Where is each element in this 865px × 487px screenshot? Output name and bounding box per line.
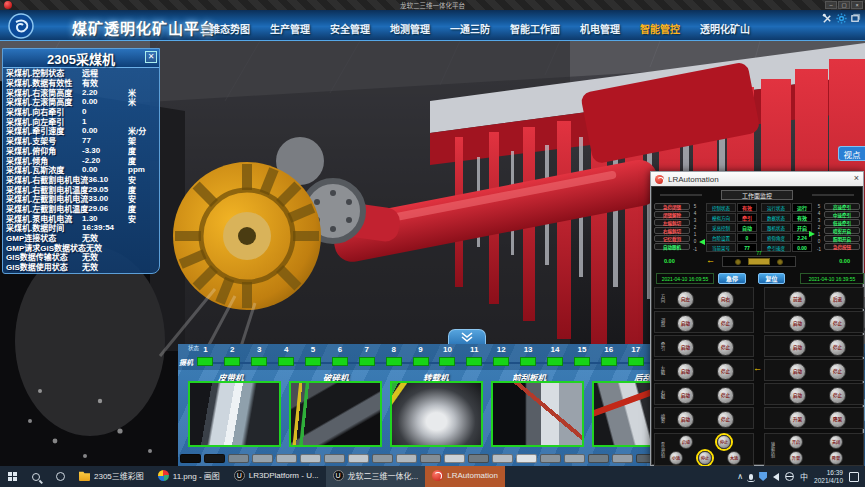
function-button[interactable]: 急停闭锁 (654, 203, 690, 210)
menu-item[interactable]: 安全管理 (330, 21, 370, 36)
round-button[interactable]: 后退 (829, 291, 846, 308)
filmstrip-thumbnail[interactable] (300, 454, 321, 463)
round-button[interactable]: 降架 (829, 451, 843, 465)
function-button[interactable]: 自动跟机 (654, 243, 690, 250)
round-button[interactable]: 开启 (789, 435, 803, 449)
network-icon[interactable] (785, 472, 794, 481)
round-button[interactable]: 关闭 (829, 435, 843, 449)
close-icon[interactable]: × (854, 173, 859, 183)
function-button[interactable]: 记忆截割 (654, 235, 690, 242)
microphone-icon[interactable] (749, 474, 753, 480)
shearer-position-slider[interactable]: 77 (722, 256, 796, 267)
lrautomation-titlebar[interactable]: LRAutomation × (651, 172, 863, 186)
camera-status-indicator[interactable] (493, 357, 509, 366)
reset-button[interactable]: 复位 (758, 273, 785, 284)
taskbar-item[interactable]: 龙软二三维一体化... (326, 466, 426, 487)
speaker-icon[interactable] (773, 473, 779, 481)
camera-thumbnail[interactable] (188, 381, 281, 447)
round-button[interactable]: 向右 (717, 291, 734, 308)
camera-status-indicator[interactable] (601, 357, 617, 366)
filmstrip-thumbnail[interactable] (564, 454, 585, 463)
round-button[interactable]: 启动 (677, 363, 694, 380)
filmstrip-thumbnail[interactable] (612, 454, 633, 463)
clock[interactable]: 16:39 2021/4/10 (814, 469, 843, 484)
round-button[interactable]: 停止 (717, 435, 731, 449)
filmstrip-thumbnail[interactable] (588, 454, 609, 463)
round-button[interactable]: 启动 (677, 339, 694, 356)
round-button[interactable]: 启动 (677, 387, 694, 404)
filmstrip-thumbnail[interactable] (396, 454, 417, 463)
tools-icon[interactable] (822, 13, 833, 24)
menu-item[interactable]: 智能工作面 (510, 21, 560, 36)
close-button[interactable]: × (851, 1, 863, 9)
camera-status-indicator[interactable] (547, 357, 563, 366)
filmstrip-thumbnail[interactable] (204, 454, 225, 463)
round-button[interactable]: 启动 (789, 387, 806, 404)
round-button[interactable]: 停止 (698, 451, 712, 465)
function-button[interactable]: 喷雾开启 (824, 227, 860, 234)
camera-thumbnail[interactable] (390, 381, 483, 447)
camera-status-indicator[interactable] (439, 357, 455, 366)
round-button[interactable]: 启动 (789, 363, 806, 380)
restore-window-icon[interactable] (850, 13, 861, 24)
notification-center-icon[interactable] (849, 472, 859, 482)
filmstrip-thumbnail[interactable] (492, 454, 513, 463)
camera-status-indicator[interactable] (278, 357, 294, 366)
function-button[interactable]: 闭锁解除 (654, 211, 690, 218)
maximize-button[interactable]: ▢ (838, 1, 850, 9)
round-button[interactable]: 停止 (717, 339, 734, 356)
menu-item[interactable]: 三维态势图 (200, 21, 250, 36)
menu-item[interactable]: 地测管理 (390, 21, 430, 36)
filmstrip-thumbnail[interactable] (372, 454, 393, 463)
function-button[interactable]: 高速牵引 (824, 203, 860, 210)
close-icon[interactable]: ✕ (145, 51, 157, 63)
round-button[interactable]: 大流 (727, 451, 741, 465)
round-button[interactable]: 启动 (789, 315, 806, 332)
round-button[interactable]: 前进 (789, 291, 806, 308)
ime-indicator[interactable]: 中 (800, 471, 808, 482)
filmstrip-thumbnail[interactable] (252, 454, 273, 463)
function-button[interactable]: 急停按钮 (824, 243, 860, 250)
camera-status-indicator[interactable] (197, 357, 213, 366)
camera-status-indicator[interactable] (520, 357, 536, 366)
round-button[interactable]: 降架 (829, 411, 846, 428)
estop-button[interactable]: 急停 (718, 273, 746, 284)
menu-item[interactable]: 生产管理 (270, 21, 310, 36)
filmstrip-thumbnail[interactable] (180, 454, 201, 463)
camera-status-indicator[interactable] (305, 357, 321, 366)
camera-status-indicator[interactable] (224, 357, 240, 366)
round-button[interactable]: 停止 (717, 411, 734, 428)
minimize-button[interactable]: – (825, 1, 837, 9)
camera-status-indicator[interactable] (574, 357, 590, 366)
round-button[interactable]: 启动 (679, 435, 693, 449)
round-button[interactable]: 停止 (717, 315, 734, 332)
taskbar-item[interactable]: 11.png - 画图 (151, 466, 227, 487)
taskview-icon[interactable] (48, 466, 72, 487)
camera-thumbnail[interactable] (289, 381, 382, 447)
filmstrip-thumbnail[interactable] (468, 454, 489, 463)
search-icon[interactable] (24, 466, 48, 487)
menu-item[interactable]: 机电管理 (580, 21, 620, 36)
camera-status-indicator[interactable] (413, 357, 429, 366)
filmstrip-thumbnail[interactable] (540, 454, 561, 463)
camera-status-indicator[interactable] (386, 357, 402, 366)
gear-icon[interactable] (836, 13, 847, 24)
camera-thumbnail[interactable] (491, 381, 584, 447)
slider-knob[interactable] (748, 258, 770, 265)
filmstrip-thumbnail[interactable] (516, 454, 537, 463)
filmstrip-thumbnail[interactable] (228, 454, 249, 463)
camera-status-indicator[interactable] (359, 357, 375, 366)
round-button[interactable]: 启动 (677, 315, 694, 332)
round-button[interactable]: 升架 (789, 411, 806, 428)
function-button[interactable]: 照明开启 (824, 235, 860, 242)
round-button[interactable]: 停止 (829, 339, 846, 356)
camera-status-indicator[interactable] (466, 357, 482, 366)
menu-item[interactable]: 智能管控 (640, 21, 680, 36)
round-button[interactable]: 停止 (717, 387, 734, 404)
filmstrip-thumbnail[interactable] (444, 454, 465, 463)
start-button[interactable] (0, 466, 24, 487)
filmstrip-thumbnail[interactable] (348, 454, 369, 463)
filmstrip-thumbnail[interactable] (324, 454, 345, 463)
filmstrip-thumbnail[interactable] (420, 454, 441, 463)
function-button[interactable]: 左端斜切 (654, 219, 690, 226)
